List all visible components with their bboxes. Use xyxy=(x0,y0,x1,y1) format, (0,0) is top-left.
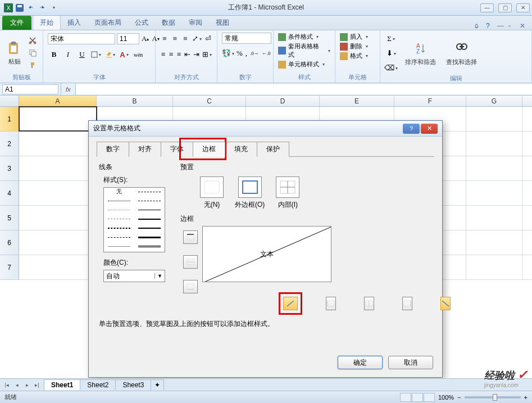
font-name-combo[interactable] xyxy=(48,33,115,44)
inc-decimal-button[interactable]: .0→ xyxy=(249,47,260,60)
cell[interactable] xyxy=(466,132,522,156)
doc-restore-icon[interactable]: ▫ xyxy=(508,22,516,30)
tab-data[interactable]: 数据 xyxy=(155,16,182,30)
zoom-thumb[interactable] xyxy=(493,394,497,401)
style-opt[interactable] xyxy=(134,197,165,205)
cell[interactable] xyxy=(466,255,522,279)
border-right-button[interactable] xyxy=(402,297,412,310)
font-color-button[interactable]: A xyxy=(118,48,130,61)
dialog-title-bar[interactable]: 设置单元格格式 ? ✕ xyxy=(89,121,442,137)
col-header-a[interactable]: A xyxy=(19,96,97,106)
cell[interactable] xyxy=(466,156,522,180)
style-opt[interactable] xyxy=(104,224,134,232)
comma-button[interactable]: , xyxy=(245,47,248,60)
formula-input[interactable] xyxy=(76,84,532,94)
preset-none-button[interactable]: 无(N) xyxy=(200,176,224,210)
close-button[interactable]: ✕ xyxy=(516,3,530,12)
border-top-button[interactable] xyxy=(183,230,198,244)
insert-cells-button[interactable]: 插入 xyxy=(340,33,368,41)
font-size-combo[interactable] xyxy=(117,33,139,44)
dlg-tab-protect[interactable]: 保护 xyxy=(257,142,289,157)
file-tab[interactable]: 文件 xyxy=(2,16,31,30)
delete-cells-button[interactable]: 删除 xyxy=(340,42,368,51)
underline-button[interactable]: U xyxy=(76,48,88,61)
cell[interactable] xyxy=(19,181,97,205)
cell[interactable] xyxy=(19,156,97,180)
style-opt[interactable] xyxy=(104,243,134,251)
dlg-tab-number[interactable]: 数字 xyxy=(97,142,129,157)
tab-layout[interactable]: 页面布局 xyxy=(88,16,128,30)
cell-g1[interactable] xyxy=(466,107,522,131)
fill-color-button[interactable] xyxy=(104,48,116,61)
style-opt[interactable] xyxy=(134,188,165,196)
redo-icon[interactable] xyxy=(37,3,47,13)
cell-styles-button[interactable]: 单元格样式 xyxy=(278,60,325,69)
sheet-tab-1[interactable]: Sheet1 xyxy=(44,379,80,390)
style-opt[interactable] xyxy=(134,233,165,241)
style-opt[interactable] xyxy=(104,206,134,214)
dlg-tab-font[interactable]: 字体 xyxy=(161,142,193,157)
align-middle-button[interactable]: ≡ xyxy=(171,33,180,45)
align-left-button[interactable]: ≡ xyxy=(160,48,166,61)
row-header-4[interactable]: 4 xyxy=(0,181,19,206)
border-button[interactable] xyxy=(90,48,102,61)
sheet-last-button[interactable]: ▸| xyxy=(33,381,42,390)
format-cells-button[interactable]: 格式 xyxy=(340,52,368,60)
row-header-7[interactable]: 7 xyxy=(0,255,19,280)
tab-review[interactable]: 审阅 xyxy=(182,16,209,30)
style-opt[interactable] xyxy=(134,243,165,251)
indent-dec-button[interactable]: ⇤ xyxy=(184,48,191,61)
undo-icon[interactable] xyxy=(26,3,36,13)
new-sheet-button[interactable]: ✦ xyxy=(151,379,164,390)
paste-button[interactable]: 粘贴 xyxy=(4,39,25,67)
dlg-tab-fill[interactable]: 填充 xyxy=(225,142,257,157)
number-format-combo[interactable] xyxy=(222,33,271,44)
border-left-button[interactable] xyxy=(326,297,336,310)
col-header-d[interactable]: D xyxy=(246,96,320,106)
border-mid-v-button[interactable] xyxy=(364,297,374,310)
col-header-c[interactable]: C xyxy=(173,96,246,106)
grow-font-button[interactable]: A▴ xyxy=(141,33,149,45)
minimize-button[interactable]: — xyxy=(480,3,494,12)
percent-button[interactable]: % xyxy=(236,47,243,60)
doc-minimize-icon[interactable]: — xyxy=(497,22,505,30)
preset-inside-button[interactable]: 内部(I) xyxy=(276,176,299,210)
orientation-button[interactable]: ⤢ xyxy=(192,33,202,45)
color-combo[interactable]: 自动 xyxy=(103,270,165,282)
tab-formulas[interactable]: 公式 xyxy=(128,16,155,30)
style-opt[interactable] xyxy=(104,215,134,223)
line-style-list[interactable]: 无 xyxy=(103,187,165,252)
border-mid-h-button[interactable] xyxy=(183,255,198,269)
qat-customize-icon[interactable] xyxy=(48,3,58,13)
format-painter-button[interactable] xyxy=(27,60,38,71)
minimize-ribbon-icon[interactable]: ۵ xyxy=(475,22,483,30)
accounting-button[interactable]: 💱 xyxy=(222,47,234,60)
fx-label[interactable]: fx xyxy=(61,83,76,95)
row-header-2[interactable]: 2 xyxy=(0,132,19,156)
name-box[interactable]: A1 xyxy=(2,84,58,94)
table-format-button[interactable]: 套用表格格式 xyxy=(278,42,330,59)
fill-button[interactable]: ⬇ xyxy=(385,47,397,60)
doc-close-icon[interactable]: ✕ xyxy=(520,22,528,30)
copy-button[interactable] xyxy=(27,47,38,58)
cell[interactable] xyxy=(466,181,522,205)
col-header-e[interactable]: E xyxy=(320,96,394,106)
excel-icon[interactable]: X xyxy=(3,3,13,13)
merge-button[interactable]: ⊞ xyxy=(202,48,212,61)
help-icon[interactable]: ? xyxy=(486,22,494,30)
view-break-button[interactable] xyxy=(424,393,435,402)
align-top-button[interactable]: ≡ xyxy=(160,33,169,45)
view-layout-button[interactable] xyxy=(412,393,423,402)
col-header-b[interactable]: B xyxy=(97,96,173,106)
bold-button[interactable]: B xyxy=(48,48,60,61)
wrap-text-button[interactable]: ⏎ xyxy=(204,33,213,45)
style-none[interactable]: 无 xyxy=(104,188,134,196)
italic-button[interactable]: I xyxy=(62,48,74,61)
select-all-corner[interactable] xyxy=(0,96,19,106)
phonetic-button[interactable]: wén xyxy=(132,48,144,61)
cell[interactable] xyxy=(19,206,97,230)
tab-insert[interactable]: 插入 xyxy=(61,16,88,30)
zoom-slider[interactable] xyxy=(465,396,521,399)
style-opt[interactable] xyxy=(104,233,134,241)
style-opt[interactable] xyxy=(134,206,165,214)
